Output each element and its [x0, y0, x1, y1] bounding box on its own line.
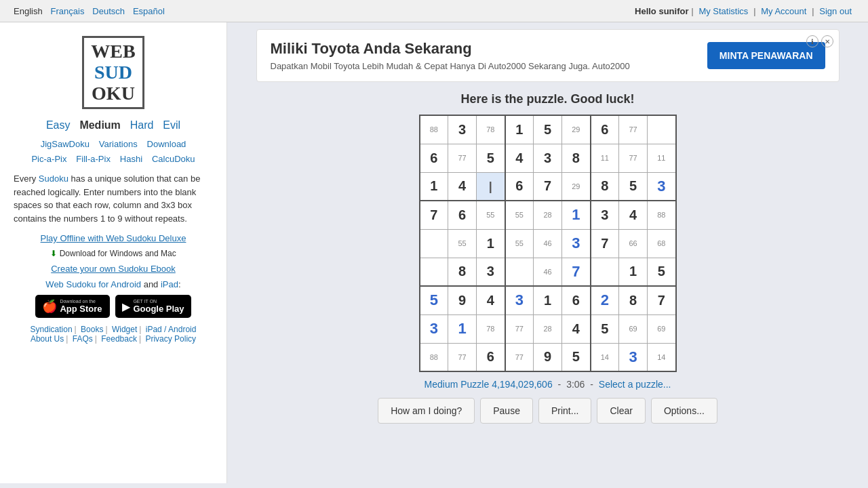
puzzle-id-link[interactable]: Medium Puzzle 4,194,029,606 [425, 379, 553, 390]
variations-link[interactable]: Variations [99, 139, 138, 149]
my-statistics-link[interactable]: My Statistics [698, 6, 748, 16]
cell-r2-c5[interactable]: 29 [562, 172, 591, 201]
cell-r1-c1[interactable]: 77 [448, 144, 477, 172]
cell-r5-c7[interactable]: 1 [619, 258, 648, 286]
android-link[interactable]: Web Sudoku for Android [45, 279, 141, 289]
cell-r4-c1[interactable]: 55 [448, 229, 477, 258]
cell-r5-c1[interactable]: 8 [448, 258, 477, 286]
cell-r0-c1[interactable]: 3 [448, 115, 477, 144]
cell-r5-c2[interactable]: 3 [477, 258, 505, 286]
cell-r3-c7[interactable]: 4 [619, 201, 648, 229]
ipad-android-link[interactable]: iPad / Android [146, 325, 197, 334]
cell-r6-c3[interactable]: 3 [505, 286, 534, 314]
cell-r4-c0[interactable] [420, 229, 448, 258]
cell-r2-c1[interactable]: 4 [448, 172, 477, 201]
cell-r7-c0[interactable]: 3 [420, 314, 448, 343]
cell-r0-c0[interactable]: 88 [420, 115, 448, 144]
cell-r7-c8[interactable]: 69 [648, 314, 676, 343]
cell-r4-c2[interactable]: 1 [477, 229, 505, 258]
cell-r8-c4[interactable]: 9 [534, 343, 562, 371]
hashi-link[interactable]: Hashi [120, 154, 142, 164]
cell-r7-c5[interactable]: 4 [562, 314, 591, 343]
select-puzzle-link[interactable]: Select a puzzle... [599, 379, 671, 390]
cell-r0-c5[interactable]: 29 [562, 115, 591, 144]
cell-r2-c6[interactable]: 8 [591, 172, 619, 201]
difficulty-easy[interactable]: Easy [46, 119, 71, 131]
ad-info-button[interactable]: ℹ [806, 35, 818, 47]
cell-r3-c6[interactable]: 3 [591, 201, 619, 229]
cell-r5-c8[interactable]: 5 [648, 258, 676, 286]
cell-r8-c1[interactable]: 77 [448, 343, 477, 371]
cell-r7-c3[interactable]: 77 [505, 314, 534, 343]
cell-r3-c8[interactable]: 88 [648, 201, 676, 229]
cell-r2-c8[interactable]: 3 [648, 172, 676, 201]
app-store-badge[interactable]: 🍎 Download on the App Store [35, 295, 110, 318]
ad-close-button[interactable]: ✕ [821, 35, 833, 47]
print-button[interactable]: Print... [538, 398, 591, 424]
cell-r1-c0[interactable]: 6 [420, 144, 448, 172]
clear-button[interactable]: Clear [597, 398, 645, 424]
cell-r6-c2[interactable]: 4 [477, 286, 505, 314]
calcudoku-link[interactable]: CalcuDoku [152, 154, 195, 164]
cell-r8-c7[interactable]: 3 [619, 343, 648, 371]
cell-r0-c2[interactable]: 78 [477, 115, 505, 144]
cell-r7-c1[interactable]: 1 [448, 314, 477, 343]
cell-r1-c2[interactable]: 5 [477, 144, 505, 172]
pic-a-pix-link[interactable]: Pic-a-Pix [31, 154, 66, 164]
cell-r2-c4[interactable]: 7 [534, 172, 562, 201]
cell-r3-c0[interactable]: 7 [420, 201, 448, 229]
cell-r4-c6[interactable]: 7 [591, 229, 619, 258]
cell-r6-c1[interactable]: 9 [448, 286, 477, 314]
offline-link[interactable]: Play Offline with Web Sudoku Deluxe [14, 233, 213, 243]
cell-r2-c2[interactable]: | [477, 172, 505, 201]
about-us-link[interactable]: About Us [31, 334, 64, 344]
cell-r2-c3[interactable]: 6 [505, 172, 534, 201]
cell-r0-c6[interactable]: 6 [591, 115, 619, 144]
cell-r6-c4[interactable]: 1 [534, 286, 562, 314]
cell-r0-c8[interactable] [648, 115, 676, 144]
cell-r8-c2[interactable]: 6 [477, 343, 505, 371]
cell-r7-c4[interactable]: 28 [534, 314, 562, 343]
cell-r1-c5[interactable]: 8 [562, 144, 591, 172]
difficulty-selector[interactable]: Easy Medium Hard Evil [14, 119, 213, 131]
widget-link[interactable]: Widget [112, 325, 137, 334]
pause-button[interactable]: Pause [480, 398, 533, 424]
jigsawdoku-link[interactable]: JigSawDoku [41, 139, 90, 149]
cell-r3-c2[interactable]: 55 [477, 201, 505, 229]
lang-german[interactable]: Deutsch [92, 6, 125, 16]
cell-r3-c5[interactable]: 1 [562, 201, 591, 229]
cell-r5-c0[interactable] [420, 258, 448, 286]
cell-r3-c1[interactable]: 6 [448, 201, 477, 229]
cell-r5-c3[interactable] [505, 258, 534, 286]
cell-r6-c7[interactable]: 8 [619, 286, 648, 314]
cell-r3-c3[interactable]: 55 [505, 201, 534, 229]
cell-r2-c7[interactable]: 5 [619, 172, 648, 201]
cell-r5-c5[interactable]: 7 [562, 258, 591, 286]
difficulty-evil[interactable]: Evil [163, 119, 180, 131]
cell-r1-c4[interactable]: 3 [534, 144, 562, 172]
how-am-i-doing-button[interactable]: How am I doing? [378, 398, 475, 424]
sudoku-grid[interactable]: 883781529677677543811771114|672985376555… [419, 115, 677, 372]
difficulty-hard[interactable]: Hard [130, 119, 154, 131]
download-link[interactable]: Download [147, 139, 186, 149]
cell-r5-c6[interactable] [591, 258, 619, 286]
cell-r6-c6[interactable]: 2 [591, 286, 619, 314]
cell-r7-c2[interactable]: 78 [477, 314, 505, 343]
cell-r4-c8[interactable]: 68 [648, 229, 676, 258]
cell-r4-c4[interactable]: 46 [534, 229, 562, 258]
cell-r2-c0[interactable]: 1 [420, 172, 448, 201]
sign-out-link[interactable]: Sign out [819, 6, 852, 16]
cell-r4-c5[interactable]: 3 [562, 229, 591, 258]
privacy-policy-link[interactable]: Privacy Policy [145, 334, 196, 344]
cell-r0-c4[interactable]: 5 [534, 115, 562, 144]
difficulty-medium[interactable]: Medium [79, 119, 120, 131]
cell-r8-c6[interactable]: 14 [591, 343, 619, 371]
syndication-link[interactable]: Syndication [31, 325, 73, 334]
cell-r0-c3[interactable]: 1 [505, 115, 534, 144]
cell-r7-c6[interactable]: 5 [591, 314, 619, 343]
cell-r7-c7[interactable]: 69 [619, 314, 648, 343]
cell-r6-c5[interactable]: 6 [562, 286, 591, 314]
cell-r8-c5[interactable]: 5 [562, 343, 591, 371]
cell-r8-c8[interactable]: 14 [648, 343, 676, 371]
lang-spanish[interactable]: Español [133, 6, 165, 16]
